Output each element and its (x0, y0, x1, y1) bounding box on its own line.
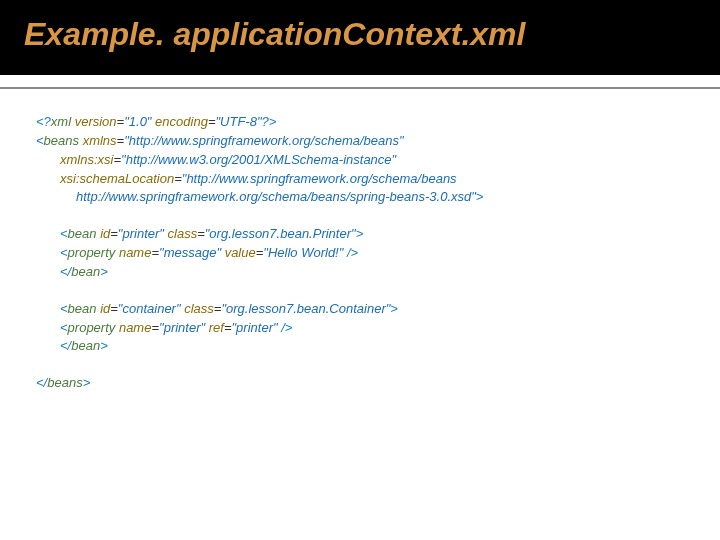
blank-line (36, 356, 684, 374)
slide-header: Example. applicationContext.xml (0, 0, 720, 75)
code-line-3: xmlns:xsi="http://www.w3.org/2001/XMLSch… (36, 151, 684, 170)
code-line-8: </bean> (36, 263, 684, 282)
code-block: <?xml version="1.0" encoding="UTF-8"?> <… (0, 89, 720, 393)
code-line-9: <bean id="container" class="org.lesson7.… (36, 300, 684, 319)
code-line-5: http://www.springframework.org/schema/be… (36, 188, 684, 207)
code-line-12: </beans> (36, 374, 684, 393)
code-line-11: </bean> (36, 337, 684, 356)
code-line-2: <beans xmlns="http://www.springframework… (36, 132, 684, 151)
blank-line (36, 207, 684, 225)
code-line-6: <bean id="printer" class="org.lesson7.be… (36, 225, 684, 244)
blank-line (36, 282, 684, 300)
code-line-4: xsi:schemaLocation="http://www.springfra… (36, 170, 684, 189)
slide-title: Example. applicationContext.xml (24, 16, 696, 53)
code-line-10: <property name="printer" ref="printer" /… (36, 319, 684, 338)
code-line-1: <?xml version="1.0" encoding="UTF-8"?> (36, 113, 684, 132)
code-line-7: <property name="message" value="Hello Wo… (36, 244, 684, 263)
